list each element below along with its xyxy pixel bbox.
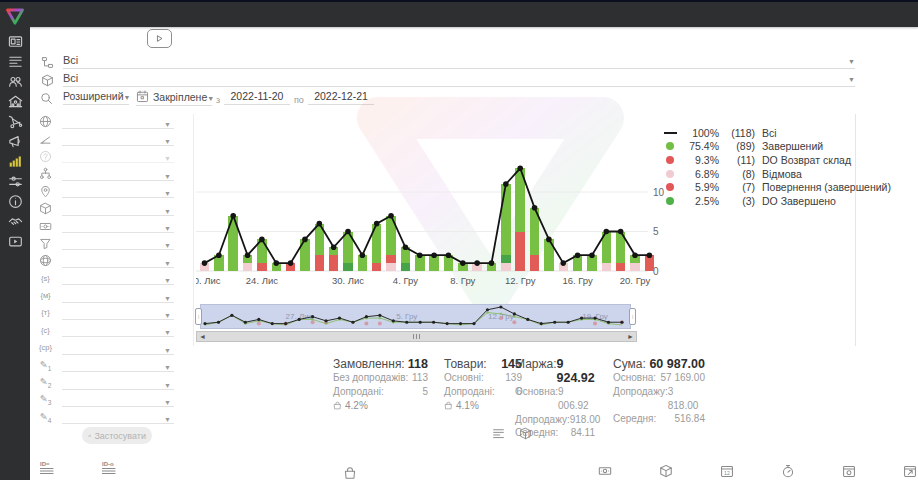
toolbar-calendar-coin-button[interactable]: [842, 464, 856, 478]
side-filter-row-0: ▼: [38, 113, 174, 130]
upsell-rate-value: 4.1%: [456, 400, 479, 411]
chevron-down-icon: ▼: [164, 295, 174, 302]
side-filter-select[interactable]: ▼: [62, 341, 174, 355]
svg-text:ID-o: ID-o: [102, 461, 114, 467]
side-filter-select[interactable]: ▼: [62, 149, 174, 163]
slope-icon: [39, 133, 52, 146]
video-help-button[interactable]: [147, 29, 172, 48]
scrollbar-track[interactable]: [208, 332, 625, 341]
side-filter-select[interactable]: ▼: [62, 358, 174, 372]
trolley-icon: [8, 114, 23, 129]
pencil-2-icon: ✎2: [40, 376, 52, 389]
nav-image-card[interactable]: [8, 34, 23, 49]
toolbar-bag-button[interactable]: [343, 466, 357, 480]
period-mode-select[interactable]: Закріплене ▼: [136, 90, 212, 106]
side-filter-select[interactable]: ▼: [62, 219, 174, 233]
upsell-rate: 4.2%: [333, 400, 428, 411]
legend-item[interactable]: 9.3%(11)DO Возврат склад: [663, 153, 891, 167]
toolbar-calendar-export-button[interactable]: [903, 464, 917, 478]
side-filter-select[interactable]: ▼: [62, 376, 174, 390]
scroll-left-arrow[interactable]: ◄: [197, 332, 208, 341]
chevron-down-icon: ▼: [164, 364, 174, 371]
date-from-input[interactable]: 2022-11-20: [224, 90, 290, 105]
top-bar: [0, 0, 918, 27]
warehouse-icon: [8, 94, 23, 109]
nav-trolley[interactable]: [8, 114, 23, 129]
legend-item[interactable]: 2.5%(3)DO Завершено: [663, 194, 891, 208]
nav-bar-chart[interactable]: [8, 154, 23, 169]
toolbar-stopwatch-button[interactable]: [781, 464, 795, 478]
sliders-icon: [8, 174, 23, 189]
minimap-right-handle[interactable]: ⁞: [629, 308, 636, 325]
panel-divider-left: [193, 114, 194, 346]
stat-title: Товари:145: [444, 357, 522, 371]
bottom-right-toolbar: 12: [598, 464, 917, 478]
side-filter-select[interactable]: ▼: [62, 132, 174, 146]
toolbar-cube-button[interactable]: [519, 427, 532, 440]
scrollbar-grip: [413, 334, 420, 339]
side-filter-select[interactable]: ▼: [62, 306, 174, 320]
app-logo[interactable]: [4, 5, 26, 27]
side-filter-select[interactable]: ▼: [62, 393, 174, 407]
bag-icon: [444, 401, 453, 410]
toolbar-orders-list-button[interactable]: [492, 427, 505, 440]
chevron-down-icon: ▼: [164, 242, 174, 249]
search-mode-select[interactable]: Розширений ▼: [63, 90, 129, 105]
toolbar-banknote-button[interactable]: [598, 464, 612, 478]
nav-warehouse[interactable]: [8, 94, 23, 109]
side-filter-select[interactable]: ▼: [62, 115, 174, 129]
side-filter-select[interactable]: ▼: [62, 254, 174, 268]
nav-megaphone[interactable]: [8, 134, 23, 149]
scroll-right-arrow[interactable]: ►: [625, 332, 636, 341]
svg-text:30. Лис: 30. Лис: [332, 275, 364, 286]
toolbar-cube-button[interactable]: [659, 464, 673, 478]
side-filter-row-4: ▼: [38, 183, 174, 200]
nav-video[interactable]: [8, 234, 23, 249]
calendar-icon: [136, 90, 149, 103]
orders-list-icon: [492, 427, 505, 440]
minimap-left-handle[interactable]: ⁞: [195, 308, 202, 325]
product-filter[interactable]: Всі ▼: [63, 72, 855, 87]
legend-item[interactable]: 100%(118)Всі: [663, 126, 891, 140]
toolbar-id-dash-button[interactable]: ID-o: [102, 459, 118, 475]
chevron-down-icon: ▼: [164, 312, 174, 319]
stat-subrow: Допродані:5: [333, 385, 428, 399]
department-filter[interactable]: Всі ▼: [63, 54, 855, 69]
side-filter-row-16: ✎3▼: [38, 391, 174, 408]
stat-value: 118: [408, 357, 428, 371]
legend-item[interactable]: 6.8%(8)Відмова: [663, 167, 891, 181]
stat-title: Маржа:9 924.92: [515, 357, 595, 385]
side-filter-row-6: ▼: [38, 217, 174, 234]
side-filter-select[interactable]: ▼: [62, 323, 174, 337]
legend-count: (8): [719, 168, 755, 180]
nav-orders-list[interactable]: [8, 54, 23, 69]
side-filter-select[interactable]: ▼: [62, 289, 174, 303]
nav-users[interactable]: [8, 74, 23, 89]
minimap[interactable]: 27. Лис5. Гру12. Гру19. Гру: [200, 304, 631, 329]
legend-item[interactable]: 5.9%(7)Повернення (завершений): [663, 180, 891, 194]
toolbar-id-equal-button[interactable]: ID=: [40, 459, 56, 475]
nav-handshake[interactable]: [8, 214, 23, 229]
side-filter-select[interactable]: ▼: [62, 236, 174, 250]
side-filter-row-12: {с}▼: [38, 322, 174, 339]
side-filter-select[interactable]: ▼: [62, 202, 174, 216]
legend-percent: 75.4%: [682, 140, 719, 152]
side-filter-select[interactable]: ▼: [62, 271, 174, 285]
view-toggle-bar: [492, 427, 532, 440]
date-to-input[interactable]: 2022-12-21: [308, 90, 374, 105]
cube-icon: [41, 74, 54, 87]
chart-scrollbar[interactable]: ◄ ►: [196, 331, 637, 342]
side-filter-select[interactable]: ▼: [62, 410, 174, 424]
legend-item[interactable]: 75.4%(89)Завершений: [663, 140, 891, 154]
side-filter-select[interactable]: ▼: [62, 167, 174, 181]
bag-icon: [333, 401, 342, 410]
side-filter-select[interactable]: ▼: [62, 184, 174, 198]
toolbar-calendar-12-button[interactable]: 12: [720, 464, 734, 478]
nav-sliders[interactable]: [8, 174, 23, 189]
apply-button[interactable]: Застосувати: [82, 427, 152, 444]
svg-text:16. Гру: 16. Гру: [562, 275, 593, 286]
funnel-icon: [39, 237, 52, 250]
nav-info[interactable]: [8, 194, 23, 209]
chevron-down-icon: ▼: [164, 121, 174, 128]
calendar-coin-icon: [842, 464, 856, 478]
